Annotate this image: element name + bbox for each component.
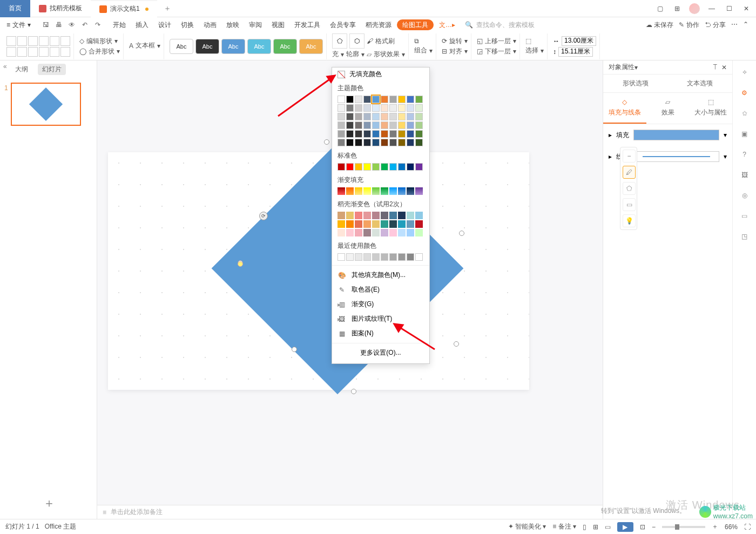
style-swatch-5[interactable]: Abc — [273, 39, 297, 54]
rail-star-icon[interactable]: ✩ — [739, 108, 750, 119]
height-input[interactable] — [558, 47, 593, 57]
edit-shape-button[interactable]: ◇ 编辑形状 ▾ — [79, 37, 120, 46]
mini-bulb-icon[interactable]: 💡 — [623, 214, 636, 227]
zoom-in-icon[interactable]: ＋ — [712, 522, 718, 531]
maximize-button[interactable]: ☐ — [721, 1, 737, 16]
tab-document[interactable]: 演示文稿1 — [91, 0, 157, 17]
share-button[interactable]: ⮌ 分享 — [705, 21, 726, 30]
standard-color-grid[interactable] — [332, 162, 429, 173]
outline-tab[interactable]: 大纲 — [11, 64, 32, 75]
fullscreen-icon[interactable]: ⛶ — [744, 523, 751, 531]
line-style-preview[interactable] — [633, 151, 719, 162]
rail-help-icon[interactable]: ? — [739, 149, 750, 160]
menu-transition[interactable]: 切换 — [177, 17, 198, 32]
resize-handle-sw[interactable] — [292, 347, 297, 352]
redo-icon[interactable]: ↷ — [92, 19, 103, 30]
gradient-grid[interactable] — [332, 186, 429, 197]
select-label[interactable]: 选择 ▾ — [525, 46, 544, 55]
fill-button[interactable]: ⬠ — [332, 33, 347, 49]
add-slide-button[interactable]: ＋ — [43, 495, 55, 511]
view-normal-icon[interactable]: ▯ — [583, 523, 586, 531]
notes-toggle[interactable]: ≡ 备注 ▾ — [552, 522, 576, 531]
rotate-button[interactable]: ⟳ 旋转 ▾ — [442, 37, 468, 46]
mini-pentagon-icon[interactable]: ⬠ — [623, 182, 636, 195]
format-painter-button[interactable]: 🖌 格式刷 — [367, 37, 395, 46]
menu-view[interactable]: 视图 — [267, 17, 289, 32]
menu-devtools[interactable]: 开发工具 — [290, 17, 325, 32]
user-avatar[interactable] — [687, 1, 702, 16]
rail-present-icon[interactable]: ▭ — [739, 211, 750, 221]
rail-settings-icon[interactable]: ⚙ — [739, 87, 750, 98]
shapes-gallery[interactable] — [3, 33, 74, 59]
rail-design-icon[interactable]: ✧ — [739, 67, 750, 78]
fit-icon[interactable]: ⊡ — [640, 523, 645, 531]
mini-rect-icon[interactable]: ▭ — [623, 198, 636, 211]
style-swatch-4[interactable]: Abc — [247, 39, 271, 54]
print-icon[interactable]: 🖶 — [53, 19, 64, 30]
tab-home[interactable]: 首页 — [0, 0, 30, 17]
shape-effects-button[interactable]: ▱ 形状效果 ▾ — [367, 50, 405, 59]
style-swatch-2[interactable]: Abc — [195, 39, 219, 54]
bring-forward-button[interactable]: ◱ 上移一层 ▾ — [477, 37, 516, 46]
slides-tab[interactable]: 幻灯片 — [38, 64, 66, 75]
merge-shapes-button[interactable]: ◯ 合并形状 ▾ — [79, 47, 120, 56]
zoom-value[interactable]: 66% — [725, 523, 738, 531]
more-menu[interactable]: ⋯ — [731, 21, 738, 30]
collapse-ribbon[interactable]: ⌃ — [743, 21, 748, 30]
slide-thumbnail-1[interactable] — [11, 83, 81, 126]
file-menu[interactable]: ≡ 文件 ▾ — [2, 21, 35, 30]
adjust-handle[interactable] — [238, 261, 243, 267]
shape-styles[interactable]: Abc Abc Abc Abc Abc Abc — [166, 33, 327, 59]
rotation-handle[interactable]: ⟳ — [259, 212, 268, 220]
unsaved-indicator[interactable]: ☁ 未保存 — [646, 21, 673, 30]
close-panel-icon[interactable]: ✕ — [721, 64, 727, 71]
menu-animation[interactable]: 动画 — [199, 17, 221, 32]
rail-target-icon[interactable]: ◎ — [739, 190, 750, 201]
menu-review[interactable]: 审阅 — [245, 17, 266, 32]
resize-handle-n[interactable] — [324, 139, 329, 145]
menu-docer[interactable]: 稻壳资源 — [361, 17, 396, 32]
pin-icon[interactable]: ⟙ — [713, 64, 718, 71]
menu-member[interactable]: 会员专享 — [326, 17, 360, 32]
recent-color-grid[interactable] — [332, 252, 429, 263]
effects-subtab[interactable]: ▱效果 — [646, 93, 690, 124]
menu-design[interactable]: 设计 — [154, 17, 176, 32]
outline-button[interactable]: ⬡ — [349, 33, 364, 49]
resize-handle-se[interactable] — [454, 341, 459, 347]
outline-dropdown[interactable]: 轮廓 ▾ — [346, 50, 364, 59]
menu-text-truncated[interactable]: 文… ▸ — [435, 17, 460, 32]
zoom-slider[interactable] — [662, 526, 705, 528]
layout-icon[interactable]: ▢ — [652, 1, 667, 16]
group-label[interactable]: 组合 ▾ — [414, 46, 433, 55]
menu-drawing-tools[interactable]: 绘图工具 — [397, 19, 434, 30]
command-search[interactable]: 🔍 查找命令、搜索模板 — [461, 21, 639, 30]
view-reading-icon[interactable]: ▭ — [605, 523, 611, 531]
view-sorter-icon[interactable]: ⊞ — [593, 523, 598, 531]
fill-color-swatch[interactable] — [633, 130, 719, 140]
resize-handle-s[interactable] — [351, 389, 356, 394]
size-props-subtab[interactable]: ⬚大小与属性 — [689, 93, 732, 124]
mini-brush-icon[interactable]: 🖊 — [623, 166, 636, 179]
collab-button[interactable]: ✎ 协作 — [679, 21, 699, 30]
beautify-button[interactable]: ✦ 智能美化 ▾ — [508, 522, 546, 531]
shape-options-tab[interactable]: 形状选项 — [603, 75, 668, 92]
docer-gradient-grid[interactable] — [332, 211, 429, 239]
resize-handle-ne[interactable] — [459, 231, 464, 236]
rail-cube-icon[interactable]: ◳ — [739, 231, 750, 242]
tab-add-button[interactable]: ＋ — [157, 4, 178, 13]
menu-insert[interactable]: 插入 — [131, 17, 153, 32]
save-icon[interactable]: 🖫 — [40, 19, 51, 30]
align-button[interactable]: ⊟ 对齐 ▾ — [442, 47, 468, 56]
preview-icon[interactable]: 👁 — [66, 19, 77, 30]
slideshow-button[interactable]: ▶ — [617, 522, 633, 532]
mini-minus-icon[interactable]: − — [623, 150, 636, 163]
width-input[interactable] — [562, 36, 596, 46]
minimize-button[interactable]: — — [704, 1, 719, 16]
tab-templates[interactable]: 找稻壳模板 — [30, 0, 91, 17]
apps-icon[interactable]: ⊞ — [670, 1, 685, 16]
style-swatch-1[interactable]: Abc — [170, 39, 193, 54]
eyedropper-item[interactable]: ✎取色器(E) — [332, 282, 429, 297]
group-button[interactable]: ⧉ — [414, 37, 433, 45]
zoom-out-icon[interactable]: − — [652, 523, 656, 531]
rail-gallery-icon[interactable]: ▣ — [739, 129, 750, 139]
